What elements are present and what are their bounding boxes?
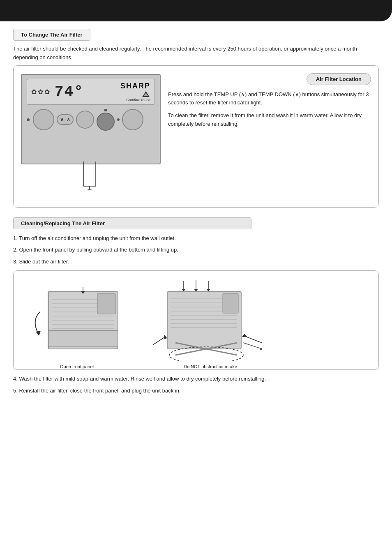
left-caption: Open front panel (23, 364, 130, 369)
section2-para5: 5. Reinstall the air filter, close the f… (13, 387, 379, 395)
section1-header-label: To Change The Air Filter (21, 32, 83, 38)
section1-para1: The air filter should be checked and cle… (13, 45, 379, 62)
svg-marker-39 (164, 335, 167, 339)
svg-line-38 (153, 337, 166, 345)
brand-sharp: SHARP (120, 82, 150, 90)
ac-unit-right: Do NOT obstruct air intake (147, 279, 274, 361)
svg-point-46 (260, 348, 262, 350)
section2-para2: 2. Open the front panel by pulling outwa… (13, 246, 379, 254)
temp-down-arrow[interactable]: ∨ (60, 117, 64, 122)
section1-header: To Change The Air Filter (13, 29, 90, 41)
temp-up-arrow[interactable]: ∧ (67, 117, 70, 122)
svg-marker-6 (88, 189, 92, 190)
ac-left-svg (23, 279, 130, 361)
control-large-left (33, 109, 54, 130)
ac-unit-left: Open front panel (23, 279, 130, 361)
temp-updown-control[interactable]: ∨ | ∧ (57, 114, 74, 125)
section2-para4: 4. Wash the filter with mild soap and wa… (13, 375, 379, 383)
callout-label: Air Filter Location (316, 76, 362, 82)
ac-right-svg (147, 279, 274, 361)
ac-display: ✿ ✿ ✿ 74° SHARP Comfort Touch (27, 79, 155, 105)
control-dark-right (97, 113, 115, 131)
dot-top-right (104, 109, 107, 111)
control-med-center (76, 111, 94, 129)
page-content: To Change The Air Filter The air filter … (0, 21, 392, 409)
diagram-box2: Open front panel (13, 270, 379, 370)
section2-header-box: Cleaning/Replacing The Air Filter (13, 217, 251, 229)
ac-panel: ✿ ✿ ✿ 74° SHARP Comfort Touch (21, 74, 161, 164)
divider: | (65, 118, 66, 122)
fan-icon-2: ✿ (38, 88, 43, 96)
dot-left (27, 118, 30, 121)
dot-far-right (117, 118, 120, 121)
ac-controls: ∨ | ∧ (27, 109, 155, 131)
svg-rect-17 (48, 330, 118, 347)
right-caption: Do NOT obstruct air intake (147, 364, 274, 369)
arrow-lines-svg (75, 162, 116, 190)
fan-icon-1: ✿ (31, 88, 37, 96)
control-large-right (122, 109, 143, 130)
section2-header-label: Cleaning/Replacing The Air Filter (21, 220, 105, 226)
controls-description-text: Press and hold the TEMP UP (∧) and TEMP … (168, 90, 371, 108)
svg-rect-31 (223, 293, 238, 313)
header-bar (0, 0, 392, 21)
section2-para1: 1. Turn off the air conditioner and unpl… (13, 234, 379, 243)
svg-line-45 (243, 343, 260, 348)
svg-marker-19 (36, 331, 41, 336)
fan-icon-3: ✿ (44, 88, 50, 96)
brand-logo-icon (141, 90, 150, 98)
callout-pill: Air Filter Location (307, 73, 371, 85)
svg-rect-16 (97, 293, 115, 314)
brand-comfort: Comfort Touch (126, 98, 150, 102)
section1-para2: To clean the filter, remove it from the … (168, 111, 371, 129)
svg-marker-41 (242, 334, 247, 337)
fan-icons: ✿ ✿ ✿ (31, 88, 50, 96)
section2-para3: 3. Slide out the air filter. (13, 258, 379, 266)
temp-display: 74° (55, 83, 84, 100)
brand-area: SHARP Comfort Touch (120, 82, 150, 102)
diagram-box1: ✿ ✿ ✿ 74° SHARP Comfort Touch (13, 65, 379, 208)
